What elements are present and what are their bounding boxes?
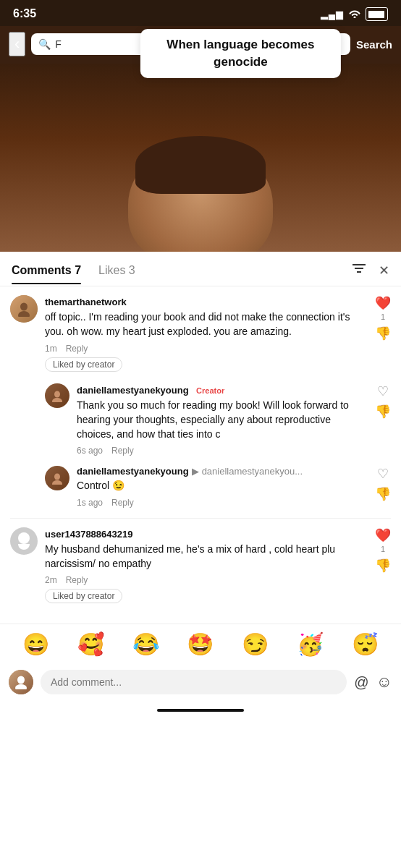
comments-list: themarthanetwork off topic.. I'm reading… [0, 286, 401, 624]
emoji-love[interactable]: 🥰 [77, 631, 104, 657]
reply-btn[interactable]: Reply [111, 446, 134, 456]
heart-icon[interactable]: ❤️ [375, 295, 391, 311]
svg-point-9 [18, 532, 30, 544]
reply-button-2[interactable]: Reply [66, 575, 88, 585]
video-hair [135, 136, 266, 194]
reply-item-2: daniellamestyanekyoung ▶ daniellamestyan… [45, 466, 391, 507]
avatar-sm [45, 383, 69, 408]
heart-count: 1 [381, 312, 385, 321]
svg-point-11 [15, 684, 27, 689]
reply-time: 6s ago [77, 446, 103, 456]
search-button[interactable]: Search [356, 38, 392, 51]
reply-item: daniellamestyanekyoung Creator Thank you… [45, 383, 391, 456]
avatar-sm-2 [45, 466, 69, 490]
svg-point-10 [17, 676, 25, 684]
reply-actions-2: ♡ 👎 [375, 466, 391, 507]
emoji-grin[interactable]: 😄 [22, 631, 49, 657]
video-area [0, 64, 401, 252]
reply-meta: 6s ago Reply [77, 446, 365, 456]
emoji-party[interactable]: 🥳 [297, 631, 324, 657]
reply-username: daniellamestyanekyoung [77, 385, 189, 396]
liked-by-creator-badge: Liked by creator [45, 357, 122, 372]
comment-body: themarthanetwork off topic.. I'm reading… [45, 295, 365, 372]
emoji-wink[interactable]: 😏 [242, 631, 269, 657]
svg-point-3 [20, 303, 28, 311]
comment-time-2: 2m [45, 575, 57, 585]
comment-meta-2: 2m Reply [45, 575, 365, 585]
search-bar-area: ‹ 🔍 F Search When language becomes genoc… [0, 26, 401, 64]
input-avatar [9, 670, 33, 694]
at-icon[interactable]: @ [354, 674, 368, 691]
reply-to-user: daniellamestyanekyou... [202, 466, 303, 477]
liked-by-creator-badge-2: Liked by creator [45, 589, 122, 603]
comment-text: off topic.. I'm reading your book and di… [45, 310, 365, 339]
status-bar: 6:35 ▂▄▆ [0, 0, 401, 26]
emoji-starry[interactable]: 🤩 [187, 631, 214, 657]
svg-point-4 [18, 311, 30, 317]
signal-icon: ▂▄▆ [321, 9, 344, 20]
emoji-bar: 😄 🥰 😂 🤩 😏 🥳 😴 [0, 624, 401, 664]
heart-count-2: 1 [381, 545, 385, 553]
avatar-ghost [10, 527, 38, 555]
reply-arrow-icon: ▶ [192, 466, 199, 477]
filter-button[interactable] [351, 262, 367, 278]
avatar [10, 295, 38, 323]
search-tooltip: When language becomes genocide [140, 29, 341, 78]
heart-action: ❤️ 1 [375, 295, 391, 321]
svg-point-5 [54, 391, 60, 397]
reply-text: Thank you so much for reading my book! W… [77, 398, 365, 442]
comment-time: 1m [45, 344, 57, 354]
comment-actions-2: ❤️ 1 👎 [375, 527, 391, 604]
comment-actions: ❤️ 1 👎 [375, 295, 391, 372]
comment-text-2: My husband dehumanized me, he's a mix of… [45, 542, 365, 571]
emoji-laugh[interactable]: 😂 [132, 631, 159, 657]
dislike-icon[interactable]: 👎 [375, 404, 391, 420]
dislike-icon-2[interactable]: 👎 [375, 486, 391, 502]
comment-input-row: @ ☺ [0, 664, 401, 703]
comment-item: themarthanetwork off topic.. I'm reading… [10, 295, 391, 372]
video-head [128, 143, 273, 252]
reply-body-2: daniellamestyanekyoung ▶ daniellamestyan… [77, 466, 365, 507]
heart-action-2: ❤️ 1 [375, 527, 391, 553]
home-indicator [0, 703, 401, 715]
comment-item-2: user1437888643219 My husband dehumanized… [10, 527, 391, 604]
tab-likes[interactable]: Likes 3 [98, 264, 135, 284]
reply-btn-2[interactable]: Reply [111, 498, 134, 508]
status-icons: ▂▄▆ [321, 7, 388, 21]
reply-button[interactable]: Reply [66, 344, 88, 354]
close-button[interactable]: ✕ [379, 263, 389, 278]
comment-username: themarthanetwork [45, 297, 127, 307]
tab-comments[interactable]: Comments 7 [12, 264, 81, 284]
reply-time-2: 1s ago [77, 498, 103, 508]
search-icon: 🔍 [38, 38, 51, 50]
svg-point-8 [52, 480, 62, 485]
dislike-icon-3[interactable]: 👎 [375, 558, 391, 574]
comment-input[interactable] [41, 670, 347, 694]
reply-text-2: Control 😉 [77, 478, 365, 493]
reply-meta-2: 1s ago Reply [77, 498, 365, 508]
comments-panel: Comments 7 Likes 3 ✕ themarthanetwork of… [0, 252, 401, 715]
emoji-sleepy[interactable]: 😴 [352, 631, 379, 657]
dislike-icon[interactable]: 👎 [375, 326, 391, 341]
reply-actions: ♡ 👎 [375, 383, 391, 456]
comment-body-2: user1437888643219 My husband dehumanized… [45, 527, 365, 604]
heart-icon-2[interactable]: ❤️ [375, 527, 391, 543]
home-bar [157, 709, 244, 712]
svg-point-7 [54, 474, 60, 480]
creator-badge: Creator [196, 386, 224, 395]
svg-point-6 [52, 398, 62, 402]
comment-username-2: user1437888643219 [45, 529, 132, 540]
comment-meta: 1m Reply [45, 344, 365, 354]
divider [10, 518, 391, 519]
tabs-actions: ✕ [351, 262, 389, 286]
reply-body: daniellamestyanekyoung Creator Thank you… [77, 383, 365, 456]
back-button[interactable]: ‹ [9, 32, 25, 56]
reply-indent: daniellamestyanekyoung Creator Thank you… [45, 383, 391, 508]
emoji-picker-icon[interactable]: ☺ [376, 673, 392, 692]
like-icon[interactable]: ♡ [377, 383, 389, 399]
wifi-icon [348, 8, 361, 20]
battery-icon [366, 7, 388, 21]
like-icon-2[interactable]: ♡ [377, 466, 389, 482]
status-time: 6:35 [13, 7, 36, 20]
reply-username-2: daniellamestyanekyoung [77, 466, 189, 477]
